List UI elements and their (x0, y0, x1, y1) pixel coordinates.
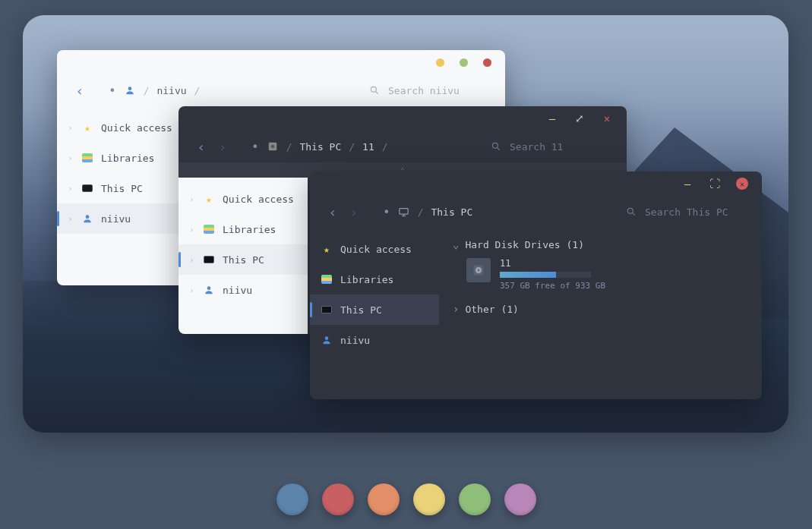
chevron-right-icon: › (68, 123, 74, 133)
swatch-orange[interactable] (368, 483, 400, 515)
libraries-icon (81, 152, 93, 164)
swatch-green[interactable] (459, 483, 491, 515)
minimize-button[interactable]: — (681, 178, 694, 190)
svg-line-13 (633, 213, 635, 216)
group-header-hard-disk-drives[interactable]: ⌄ Hard Disk Drives (1) (453, 238, 748, 250)
sidebar-item-label: Quick access (340, 244, 412, 255)
breadcrumb[interactable]: • / This PC (383, 205, 619, 219)
back-button[interactable]: ‹ (72, 83, 87, 98)
sidebar-item-label: niivu (340, 335, 370, 346)
dot-icon: • (109, 83, 116, 98)
sidebar-item-label: Quick access (223, 194, 294, 205)
toolbar: ‹ • / niivu / Search niivu (57, 74, 505, 106)
content-pane: ⌄ Hard Disk Drives (1) 11 357 GB free of… (439, 228, 762, 399)
breadcrumb-item[interactable]: niivu (156, 85, 186, 96)
chevron-right-icon: › (68, 184, 74, 194)
sidebar-item-libraries[interactable]: Libraries (310, 264, 439, 294)
star-icon: ★ (81, 121, 93, 134)
star-icon: ★ (203, 193, 215, 205)
hard-disk-icon (466, 258, 491, 282)
libraries-icon (203, 223, 215, 235)
maximize-button[interactable]: ⤢ (573, 112, 586, 124)
close-button[interactable]: ✕ (601, 112, 613, 124)
svg-line-7 (498, 148, 500, 150)
drive-item[interactable]: 11 357 GB free of 933 GB (466, 258, 748, 291)
titlebar[interactable]: — ⛶ ✕ (310, 172, 762, 196)
svg-point-1 (371, 87, 376, 92)
close-button[interactable] (483, 58, 491, 67)
titlebar[interactable]: — ⤢ ✕ (179, 106, 627, 131)
swatch-red[interactable] (322, 483, 354, 515)
sidebar-item-libraries[interactable]: › Libraries (179, 214, 308, 244)
sidebar-item-label: This PC (223, 254, 264, 266)
svg-point-8 (207, 286, 211, 290)
sidebar: ★ Quick access Libraries This PC niivu (310, 228, 439, 399)
sidebar-item-quick-access[interactable]: › ★ Quick access (179, 184, 308, 214)
file-explorer-dark-2: — ⛶ ✕ ‹ › • / This PC Search This PC ★ Q… (310, 172, 762, 399)
sidebar-item-label: Libraries (101, 153, 154, 164)
maximize-button[interactable] (460, 58, 468, 67)
breadcrumb[interactable]: • / niivu / (109, 83, 362, 98)
swatch-blue[interactable] (276, 483, 308, 515)
breadcrumb-sep: / (418, 206, 424, 218)
sidebar: › ★ Quick access › Libraries › This PC ›… (57, 106, 186, 285)
libraries-icon (321, 273, 333, 285)
titlebar[interactable] (57, 50, 505, 74)
group-header-other[interactable]: › Other (1) (453, 303, 748, 315)
chevron-right-icon: › (189, 194, 195, 204)
sidebar-item-quick-access[interactable]: ★ Quick access (310, 234, 439, 264)
forward-button[interactable]: › (215, 139, 230, 154)
pc-icon (321, 304, 333, 316)
breadcrumb-sep: / (286, 141, 292, 153)
back-button[interactable]: ‹ (325, 204, 340, 219)
search-placeholder: Search This PC (645, 206, 728, 218)
svg-line-2 (376, 92, 378, 94)
svg-point-14 (325, 336, 329, 340)
sidebar-item-this-pc[interactable]: › This PC (57, 173, 186, 203)
back-button[interactable]: ‹ (194, 139, 209, 154)
pc-icon (203, 253, 215, 266)
sidebar-item-niivu[interactable]: › niivu (179, 275, 308, 305)
breadcrumb-item[interactable]: This PC (431, 206, 472, 218)
svg-point-12 (627, 208, 633, 213)
minimize-button[interactable]: — (546, 112, 558, 124)
breadcrumb-sep: / (349, 141, 355, 153)
search-box[interactable]: Search niivu (368, 84, 490, 96)
sidebar-item-this-pc[interactable]: › This PC (179, 244, 308, 275)
group-title: Hard Disk Drives (1) (465, 239, 584, 250)
chevron-right-icon: › (189, 285, 195, 295)
user-icon (124, 84, 136, 96)
breadcrumb-item[interactable]: 11 (362, 141, 374, 153)
dot-icon: • (251, 140, 259, 154)
chevron-right-icon: › (189, 225, 195, 235)
user-icon (81, 213, 93, 225)
search-placeholder: Search niivu (388, 85, 460, 96)
search-icon (490, 140, 502, 153)
swatch-yellow[interactable] (413, 483, 445, 515)
search-icon (368, 84, 381, 96)
chevron-right-icon: › (453, 303, 459, 315)
sidebar-item-niivu[interactable]: niivu (310, 325, 439, 355)
drive-usage-bar (500, 272, 591, 278)
swatch-purple[interactable] (504, 483, 536, 515)
forward-button[interactable]: › (346, 204, 362, 219)
sidebar-item-quick-access[interactable]: › ★ Quick access (57, 112, 186, 143)
breadcrumb-sep: / (144, 85, 150, 96)
minimize-button[interactable] (436, 58, 444, 67)
sidebar-item-label: Libraries (223, 224, 276, 235)
user-icon (321, 334, 333, 346)
sidebar-item-niivu[interactable]: › niivu (57, 203, 186, 234)
drive-name: 11 (500, 258, 748, 269)
sidebar-item-label: niivu (223, 285, 252, 296)
sidebar-item-libraries[interactable]: › Libraries (57, 143, 186, 173)
breadcrumb-item[interactable]: This PC (299, 141, 341, 153)
sidebar-item-this-pc[interactable]: This PC (310, 294, 439, 325)
search-box[interactable]: Search This PC (625, 206, 747, 218)
svg-point-17 (478, 269, 480, 272)
color-palette (276, 483, 536, 515)
breadcrumb[interactable]: • / This PC / 11 / (251, 140, 484, 154)
close-button[interactable]: ✕ (736, 178, 748, 190)
search-box[interactable]: Search 11 (490, 140, 611, 153)
svg-point-6 (492, 143, 498, 148)
maximize-button[interactable]: ⛶ (709, 178, 721, 190)
